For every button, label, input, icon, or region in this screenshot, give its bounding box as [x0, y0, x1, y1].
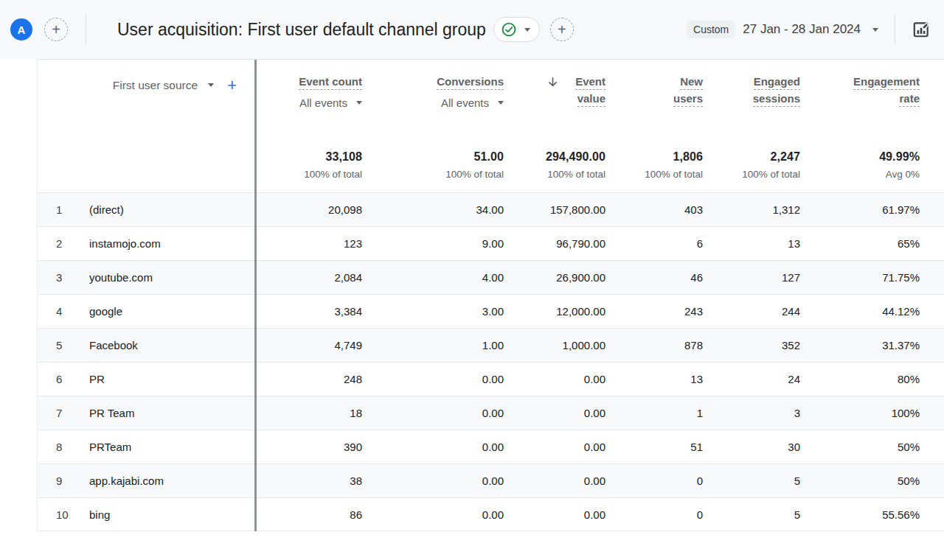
total-conversions: 51.00 100% of total	[380, 143, 521, 192]
cell-conversions: 0.00	[380, 363, 521, 396]
chevron-down-icon	[872, 28, 878, 32]
filter-label: All events	[441, 97, 489, 109]
dimension-header-label[interactable]: First user source	[113, 79, 198, 92]
cell-new-users: 46	[623, 261, 721, 294]
cell-event-count: 18	[255, 396, 380, 430]
total-subtext: 100% of total	[547, 169, 605, 180]
cell-new-users: 51	[623, 430, 721, 463]
column-header-conversions[interactable]: Conversions All events	[380, 60, 521, 143]
row-source: app.kajabi.com	[71, 464, 255, 497]
totals-row: 33,108 100% of total 51.00 100% of total…	[38, 143, 944, 192]
column-header-engagement-rate[interactable]: Engagement rate	[818, 60, 944, 143]
cell-event-value: 96,790.00	[521, 227, 623, 260]
column-label: rate	[899, 92, 920, 107]
total-subtext: 100% of total	[645, 169, 703, 180]
cell-event-count: 248	[255, 363, 380, 396]
row-source: Facebook	[71, 329, 255, 362]
total-value: 294,490.00	[546, 150, 605, 164]
cell-new-users: 403	[623, 193, 721, 226]
table-row: 7 PR Team 18 0.00 0.00 1 3 100%	[38, 396, 944, 430]
cell-new-users: 13	[623, 363, 721, 396]
column-header-event-count[interactable]: Event count All events	[255, 60, 380, 143]
cell-engagement-rate: 50%	[818, 464, 944, 497]
cell-event-value: 26,900.00	[521, 261, 623, 294]
cell-engagement-rate: 55.56%	[818, 498, 944, 531]
total-value: 2,247	[770, 150, 800, 164]
row-source: PRTeam	[71, 430, 255, 463]
event-filter-dropdown[interactable]: All events	[441, 97, 504, 109]
row-source: google	[71, 295, 255, 328]
filter-label: All events	[299, 97, 347, 109]
add-comparison-button[interactable]: +	[44, 18, 68, 41]
divider	[86, 15, 86, 43]
cell-conversions: 0.00	[380, 430, 521, 463]
dimension-header: First user source +	[38, 60, 255, 143]
cell-event-count: 86	[255, 498, 380, 531]
row-source: instamojo.com	[71, 227, 255, 260]
column-resize-divider[interactable]	[254, 60, 257, 531]
row-number: 1	[38, 193, 71, 226]
column-header-engaged-sessions[interactable]: Engaged sessions	[721, 60, 818, 143]
cell-engagement-rate: 80%	[818, 363, 944, 396]
column-label: Conversions	[437, 75, 504, 90]
table-row: 1 (direct) 20,098 34.00 157,800.00 403 1…	[38, 192, 944, 226]
column-label: sessions	[753, 92, 800, 107]
customize-report-icon	[912, 20, 931, 39]
cell-event-count: 3,384	[255, 295, 380, 328]
cell-engaged-sessions: 24	[721, 363, 818, 396]
column-header-new-users[interactable]: New users	[623, 60, 721, 143]
total-value: 51.00	[473, 150, 504, 164]
cell-conversions: 1.00	[380, 329, 521, 362]
event-filter-dropdown[interactable]: All events	[299, 97, 362, 109]
cell-conversions: 4.00	[380, 261, 521, 294]
table-row: 6 PR 248 0.00 0.00 13 24 80%	[38, 362, 944, 396]
column-label: Event	[575, 75, 605, 90]
account-avatar[interactable]: A	[10, 18, 32, 41]
cell-event-count: 2,084	[255, 261, 380, 294]
row-number: 7	[38, 396, 71, 430]
row-number: 4	[38, 295, 71, 328]
add-metric-button[interactable]: +	[550, 18, 574, 41]
cell-conversions: 34.00	[380, 193, 521, 226]
table-row: 8 PRTeam 390 0.00 0.00 51 30 50%	[38, 430, 944, 463]
cell-engagement-rate: 100%	[818, 396, 944, 430]
cell-engaged-sessions: 5	[721, 464, 818, 497]
cell-new-users: 0	[623, 464, 721, 497]
row-number: 2	[38, 227, 71, 260]
column-header-event-value[interactable]: Event value	[521, 60, 623, 143]
cell-event-value: 0.00	[521, 498, 623, 531]
cell-new-users: 1	[623, 396, 721, 430]
cell-engaged-sessions: 352	[721, 329, 818, 362]
column-label: Engagement	[853, 75, 920, 90]
table-row: 2 instamojo.com 123 9.00 96,790.00 6 13 …	[38, 226, 944, 260]
add-dimension-button[interactable]: +	[227, 79, 237, 92]
row-number: 9	[38, 464, 71, 497]
column-label: value	[577, 92, 605, 107]
cell-engaged-sessions: 5	[721, 498, 818, 531]
cell-engaged-sessions: 244	[721, 295, 818, 328]
cell-conversions: 9.00	[380, 227, 521, 260]
report-table: First user source + Event count All even…	[37, 59, 944, 531]
cell-new-users: 243	[623, 295, 721, 328]
dimension-dropdown-icon[interactable]	[208, 83, 214, 87]
cell-event-value: 0.00	[521, 396, 623, 430]
cell-event-value: 12,000.00	[521, 295, 623, 328]
cell-conversions: 0.00	[380, 464, 521, 497]
check-circle-icon	[501, 21, 517, 38]
customize-report-button[interactable]	[910, 18, 932, 41]
row-source: youtube.com	[71, 261, 255, 294]
cell-conversions: 3.00	[380, 295, 521, 328]
row-number: 3	[38, 261, 71, 294]
column-label: Engaged	[754, 75, 800, 90]
total-event-count: 33,108 100% of total	[255, 143, 380, 192]
cell-event-value: 0.00	[521, 363, 623, 396]
cell-event-count: 4,749	[255, 329, 380, 362]
cell-engaged-sessions: 13	[721, 227, 818, 260]
cell-event-count: 38	[255, 464, 380, 497]
data-quality-dropdown[interactable]	[493, 17, 540, 42]
totals-dimension-spacer	[38, 143, 255, 192]
row-number: 10	[38, 498, 71, 531]
sort-descending-icon[interactable]	[546, 76, 559, 88]
date-mode-badge: Custom	[687, 21, 735, 38]
date-range-picker[interactable]: 27 Jan - 28 Jan 2024	[743, 22, 878, 37]
